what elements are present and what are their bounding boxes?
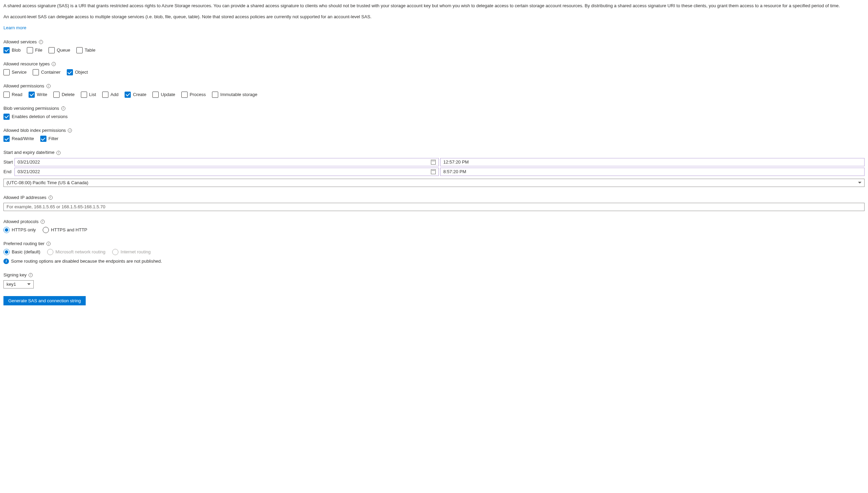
checkbox-label: Object [75,69,88,75]
checkbox-label: Read/Write [12,136,34,142]
radio-label: Internet routing [120,249,150,255]
radio-label: HTTPS and HTTP [51,227,87,233]
checkbox-list[interactable]: List [81,92,96,98]
generate-sas-button[interactable]: Generate SAS and connection string [3,296,86,305]
checkbox-create[interactable]: Create [125,92,146,98]
checkbox-enables-deletion-of-versions[interactable]: Enables deletion of versions [3,114,68,120]
calendar-icon [431,160,436,165]
checkbox-icon [27,47,33,53]
radio-basic-default[interactable]: Basic (default) [3,249,40,255]
checkbox-label: File [35,47,42,53]
datetime-label: Start and expiry date/time [3,149,54,156]
checkbox-container[interactable]: Container [33,69,60,75]
checkbox-file[interactable]: File [27,47,42,53]
info-icon[interactable] [49,196,53,200]
radio-icon [47,249,53,255]
intro-text: A shared access signature (SAS) is a URI… [3,3,865,31]
info-icon[interactable] [29,273,33,277]
start-time-input[interactable]: 12:57:20 PM [440,158,865,166]
info-icon[interactable] [52,62,56,66]
info-icon[interactable] [56,151,61,155]
checkbox-label: Update [161,92,175,98]
checkbox-icon [102,92,108,98]
end-date-value: 03/21/2022 [18,169,40,175]
checkbox-label: Write [37,92,47,98]
checkbox-icon [67,69,73,75]
signing-key-section: Signing key key1 [3,272,865,289]
checkbox-icon [53,92,60,98]
allowed-ip-label: Allowed IP addresses [3,195,46,201]
checkbox-icon [181,92,188,98]
end-time-input[interactable]: 8:57:20 PM [440,168,865,176]
checkbox-icon [81,92,87,98]
signing-key-label: Signing key [3,272,27,278]
checkbox-label: Enables deletion of versions [12,114,68,120]
checkbox-immutable-storage[interactable]: Immutable storage [212,92,257,98]
start-label: Start [3,159,13,165]
checkbox-icon [3,47,10,53]
info-icon[interactable] [41,220,45,224]
routing-note: Some routing options are disabled becaus… [11,258,162,264]
radio-icon [3,249,10,255]
checkbox-read-write[interactable]: Read/Write [3,136,34,142]
checkbox-add[interactable]: Add [102,92,118,98]
routing-label: Preferred routing tier [3,241,44,247]
checkbox-label: List [89,92,96,98]
allowed-ip-placeholder: For example, 168.1.5.65 or 168.1.5.65-16… [7,204,105,210]
routing-section: Preferred routing tier Basic (default)Mi… [3,241,865,264]
checkbox-icon [76,47,83,53]
checkbox-label: Container [41,69,60,75]
checkbox-service[interactable]: Service [3,69,27,75]
info-icon[interactable] [61,106,65,111]
info-icon[interactable] [46,84,51,88]
info-icon[interactable] [68,128,72,133]
chevron-down-icon [858,182,861,183]
checkbox-icon [125,92,131,98]
allowed-permissions-label: Allowed permissions [3,83,44,89]
checkbox-table[interactable]: Table [76,47,95,53]
allowed-permissions-section: Allowed permissions ReadWriteDeleteListA… [3,83,865,97]
start-time-value: 12:57:20 PM [443,159,469,165]
signing-key-value: key1 [7,281,16,287]
allowed-resource-types-label: Allowed resource types [3,61,50,67]
allowed-resource-types-section: Allowed resource types ServiceContainerO… [3,61,865,75]
info-icon[interactable] [46,242,51,246]
radio-https-only[interactable]: HTTPS only [3,227,36,233]
checkbox-label: Blob [12,47,21,53]
radio-https-and-http[interactable]: HTTPS and HTTP [43,227,87,233]
start-date-input[interactable]: 03/21/2022 [14,158,439,166]
checkbox-label: Process [190,92,206,98]
radio-label: Microsoft network routing [55,249,105,255]
checkbox-label: Service [12,69,27,75]
signing-key-select[interactable]: key1 [3,280,34,289]
allowed-ip-input[interactable]: For example, 168.1.5.65 or 168.1.5.65-16… [3,203,865,211]
datetime-section: Start and expiry date/time Start 03/21/2… [3,149,865,187]
timezone-select[interactable]: (UTC-08:00) Pacific Time (US & Canada) [3,179,865,187]
checkbox-icon [29,92,35,98]
checkbox-update[interactable]: Update [152,92,175,98]
checkbox-icon [152,92,159,98]
intro-p2: An account-level SAS can delegate access… [3,14,865,20]
checkbox-label: Add [110,92,118,98]
timezone-value: (UTC-08:00) Pacific Time (US & Canada) [7,180,88,186]
blob-versioning-section: Blob versioning permissions Enables dele… [3,105,865,120]
checkbox-icon [3,69,10,75]
checkbox-blob[interactable]: Blob [3,47,21,53]
checkbox-read[interactable]: Read [3,92,22,98]
end-date-input[interactable]: 03/21/2022 [14,168,439,176]
info-icon[interactable] [39,40,43,44]
checkbox-write[interactable]: Write [29,92,47,98]
learn-more-link[interactable]: Learn more [3,25,26,30]
blob-index-label: Allowed blob index permissions [3,127,66,134]
checkbox-icon [33,69,39,75]
checkbox-filter[interactable]: Filter [40,136,59,142]
checkbox-label: Filter [49,136,59,142]
checkbox-delete[interactable]: Delete [53,92,75,98]
checkbox-object[interactable]: Object [67,69,88,75]
checkbox-queue[interactable]: Queue [49,47,70,53]
info-badge-icon [3,259,9,264]
allowed-protocols-section: Allowed protocols HTTPS onlyHTTPS and HT… [3,219,865,233]
allowed-services-section: Allowed services BlobFileQueueTable [3,39,865,53]
checkbox-process[interactable]: Process [181,92,206,98]
chevron-down-icon [27,283,31,285]
